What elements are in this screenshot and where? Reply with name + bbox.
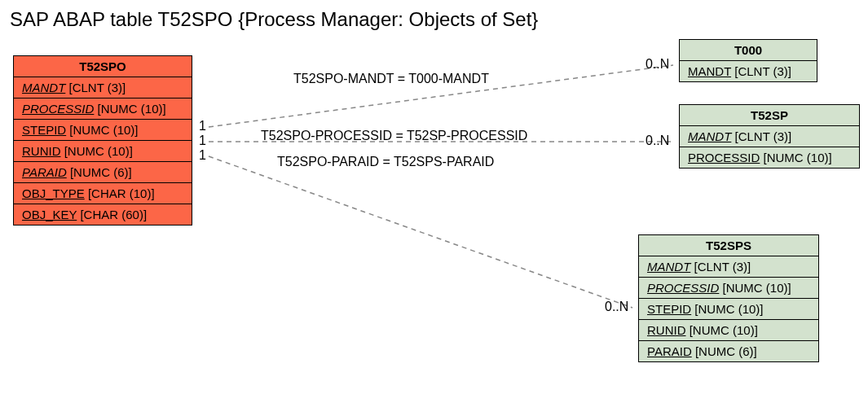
entity-t000: T000 MANDT [CLNT (3)] bbox=[679, 39, 817, 82]
entity-field: MANDT [CLNT (3)] bbox=[680, 61, 817, 81]
relation-label-r2: T52SPO-PROCESSID = T52SP-PROCESSID bbox=[261, 129, 527, 143]
page-title: SAP ABAP table T52SPO {Process Manager: … bbox=[10, 8, 538, 31]
entity-field: STEPID [NUMC (10)] bbox=[14, 120, 192, 141]
entity-t52sps: T52SPS MANDT [CLNT (3)] PROCESSID [NUMC … bbox=[638, 234, 819, 362]
entity-field: MANDT [CLNT (3)] bbox=[14, 77, 192, 99]
cardinality-left-r3: 1 bbox=[199, 148, 206, 163]
entity-t000-header: T000 bbox=[680, 40, 817, 61]
entity-field: MANDT [CLNT (3)] bbox=[680, 126, 859, 147]
entity-field: RUNID [NUMC (10)] bbox=[639, 320, 818, 341]
entity-field: PROCESSID [NUMC (10)] bbox=[680, 147, 859, 168]
relation-label-r1: T52SPO-MANDT = T000-MANDT bbox=[293, 72, 489, 86]
entity-t52sp-header: T52SP bbox=[680, 105, 859, 126]
entity-t52sp: T52SP MANDT [CLNT (3)] PROCESSID [NUMC (… bbox=[679, 104, 860, 169]
entity-t52spo-header: T52SPO bbox=[14, 56, 192, 77]
entity-field: STEPID [NUMC (10)] bbox=[639, 299, 818, 320]
entity-field: MANDT [CLNT (3)] bbox=[639, 256, 818, 278]
relation-label-r3: T52SPO-PARAID = T52SPS-PARAID bbox=[277, 155, 494, 169]
cardinality-right-r2: 0..N bbox=[645, 134, 669, 148]
entity-field: PARAID [NUMC (6)] bbox=[639, 341, 818, 361]
entity-field: PARAID [NUMC (6)] bbox=[14, 162, 192, 183]
entity-field: OBJ_TYPE [CHAR (10)] bbox=[14, 183, 192, 204]
entity-field: OBJ_KEY [CHAR (60)] bbox=[14, 204, 192, 225]
entity-t52sps-header: T52SPS bbox=[639, 235, 818, 256]
cardinality-right-r3: 0..N bbox=[605, 300, 628, 314]
cardinality-right-r1: 0..N bbox=[645, 57, 669, 72]
entity-t52spo: T52SPO MANDT [CLNT (3)] PROCESSID [NUMC … bbox=[13, 55, 192, 226]
entity-field: RUNID [NUMC (10)] bbox=[14, 141, 192, 162]
entity-field: PROCESSID [NUMC (10)] bbox=[639, 278, 818, 299]
entity-field: PROCESSID [NUMC (10)] bbox=[14, 99, 192, 120]
line-r3 bbox=[209, 156, 632, 308]
cardinality-left-r2: 1 bbox=[199, 134, 206, 148]
cardinality-left-r1: 1 bbox=[199, 119, 206, 134]
